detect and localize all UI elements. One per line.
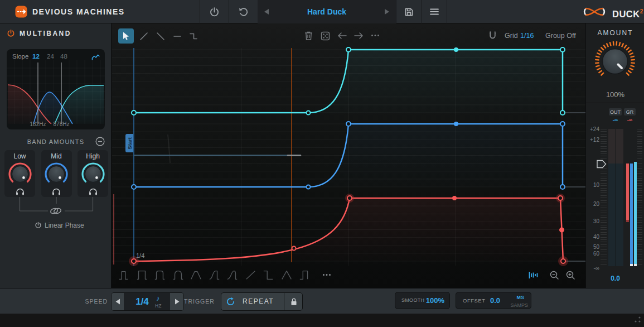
meter-scale-10: 10: [586, 182, 599, 188]
solo-mid-icon[interactable]: [52, 188, 61, 195]
shape-pulse-rounded-icon[interactable]: [153, 269, 167, 281]
band-knob-low[interactable]: [7, 161, 33, 187]
shape-tail-pulse-icon[interactable]: [298, 269, 312, 281]
smooth-value[interactable]: 100%: [426, 292, 444, 309]
trigger-lock-button[interactable]: [284, 293, 303, 310]
amount-value[interactable]: 100%: [586, 90, 644, 99]
zoom-in-button[interactable]: [566, 271, 575, 280]
preset-name[interactable]: Hard Duck: [274, 0, 379, 23]
undo-button[interactable]: [229, 0, 258, 23]
meter-scale-plus24: +24: [586, 126, 599, 132]
crossover-freq-high[interactable]: 878Hz: [48, 121, 75, 127]
more-shapes-button[interactable]: [322, 273, 331, 276]
menu-icon: [430, 8, 439, 15]
gr-meter-badge[interactable]: GR: [624, 108, 636, 116]
save-preset-button[interactable]: [396, 0, 422, 23]
curve-editor: Grid 1/16 Group Off: [112, 23, 585, 288]
resize-grip[interactable]: [633, 316, 641, 324]
trigger-label: TRIGGER: [184, 298, 214, 305]
multiband-sidebar: MULTIBAND Slope 12 24 48: [0, 23, 112, 288]
meter-scale-50: 50: [586, 244, 599, 250]
next-cycle-lines: [564, 113, 585, 261]
offset-unit-samps[interactable]: SAMPS: [510, 302, 528, 308]
linear-phase-power-icon[interactable]: [35, 222, 42, 229]
shape-pulse-narrow-icon[interactable]: [117, 269, 130, 281]
cycle-length-label: 1/4: [136, 252, 144, 259]
slope-option-12[interactable]: 12: [32, 53, 40, 60]
shape-pulse-icon[interactable]: [135, 269, 149, 281]
bypass-power-button[interactable]: [200, 0, 229, 23]
out-meter-bar-right-peak: [634, 264, 637, 266]
multiband-power-icon[interactable]: [7, 29, 15, 37]
out-meter-bar-right: [634, 162, 637, 266]
brand-logo-icon: [15, 6, 27, 18]
waveform-overlay-button[interactable]: [529, 271, 539, 279]
meter-scale-60: 60: [586, 251, 599, 257]
output-panel: AMOUNT 100% OUT GR -∞ -∞ +24 +12 10 20 3…: [585, 23, 644, 288]
crossover-panel[interactable]: Slope 12 24 48: [7, 49, 105, 129]
save-icon: [404, 7, 414, 17]
smooth-label: SMOOTH: [401, 292, 424, 309]
gr-meter-value: -∞: [624, 117, 636, 123]
speed-down-icon: [115, 299, 120, 305]
speed-display[interactable]: 1/4 ♪ HZ: [124, 293, 170, 310]
collapse-band-amounts-button[interactable]: [95, 137, 105, 146]
next-preset-button[interactable]: [379, 0, 395, 23]
shape-ramp-up-icon[interactable]: [244, 269, 258, 281]
amount-title: AMOUNT: [586, 29, 644, 37]
slope-option-48[interactable]: 48: [60, 53, 67, 60]
meter-ticks-right: [637, 129, 642, 266]
shape-curve-rise-icon[interactable]: [207, 269, 221, 281]
duck-logo-sup: 2: [640, 8, 643, 15]
start-marker-label: Start: [127, 137, 133, 150]
band-label-low: Low: [4, 152, 35, 160]
crossover-graph[interactable]: [7, 60, 105, 126]
meter-scale-plus12: +12: [586, 137, 599, 143]
band-knob-high[interactable]: [80, 161, 106, 187]
meter-scale-minf: -∞: [586, 265, 599, 271]
envelope-graph[interactable]: [112, 23, 585, 288]
out-meter-track: [608, 129, 623, 266]
slope-option-24[interactable]: 24: [47, 53, 54, 60]
zoom-out-button[interactable]: [550, 271, 559, 280]
offset-value[interactable]: 0.0: [481, 292, 509, 309]
out-meter-value: -∞: [609, 117, 622, 123]
speed-unit-hz[interactable]: HZ: [155, 303, 161, 309]
transport-bar: SPEED 1/4 ♪ HZ TRIGGER REPEAT: [0, 288, 644, 314]
trigger-repeat-icon: [226, 297, 235, 306]
shape-trapezoid-icon[interactable]: [189, 269, 203, 281]
prev-preset-button[interactable]: [259, 0, 274, 23]
trigger-mode-select[interactable]: REPEAT: [243, 293, 274, 310]
prev-cycle-ghost: [168, 134, 170, 163]
solo-low-icon[interactable]: [16, 188, 25, 195]
linear-phase-label[interactable]: Linear Phase: [45, 222, 84, 229]
speed-up-button[interactable]: [170, 293, 183, 310]
next-preset-icon: [384, 8, 390, 15]
shape-curve-dome-icon[interactable]: [225, 269, 239, 281]
speed-sync-note-icon[interactable]: ♪: [156, 294, 160, 302]
band-amounts-title: BAND AMOUNTS: [17, 138, 95, 145]
shape-triangle-icon[interactable]: [280, 269, 294, 281]
gr-meter-bar: [626, 164, 629, 220]
band-label-high: High: [78, 152, 108, 160]
offset-unit-ms[interactable]: MS: [517, 295, 525, 300]
threshold-pointer[interactable]: [597, 160, 607, 169]
band-knob-mid[interactable]: [43, 161, 69, 187]
band-link-icon[interactable]: [49, 206, 62, 215]
out-meter-bar-left-peak: [630, 264, 633, 266]
gr-meter-bar-tail: [626, 220, 629, 222]
multiband-title: MULTIBAND: [20, 30, 71, 37]
crossover-freq-low[interactable]: 182Hz: [25, 121, 51, 127]
menu-button[interactable]: [422, 0, 447, 23]
shape-step-down-icon[interactable]: [262, 269, 275, 281]
speed-down-button[interactable]: [112, 293, 124, 310]
duck-logo-icon: [580, 4, 608, 20]
out-meter-badge[interactable]: OUT: [609, 108, 622, 116]
prev-preset-icon: [264, 8, 269, 15]
amount-knob[interactable]: [594, 39, 636, 84]
slope-label: Slope: [12, 53, 28, 60]
shape-pulse-dome-icon[interactable]: [171, 269, 185, 281]
start-marker-tab[interactable]: Start: [125, 134, 133, 152]
footer-strip: [0, 314, 644, 327]
solo-high-icon[interactable]: [89, 188, 98, 195]
